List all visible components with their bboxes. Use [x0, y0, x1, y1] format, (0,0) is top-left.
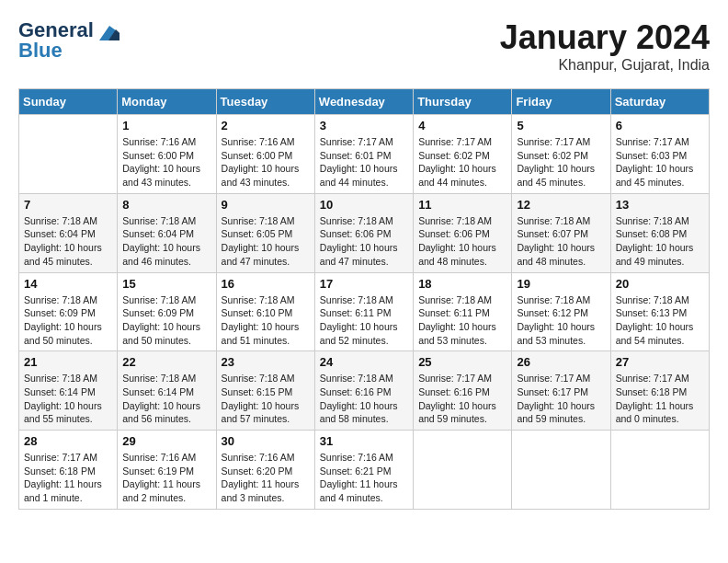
day-info: Sunrise: 7:17 AM Sunset: 6:02 PM Dayligh…: [517, 135, 605, 190]
calendar-cell: 16Sunrise: 7:18 AM Sunset: 6:10 PM Dayli…: [216, 272, 314, 351]
day-number: 11: [418, 198, 506, 212]
day-number: 14: [24, 277, 112, 291]
day-number: 31: [320, 434, 408, 448]
day-info: Sunrise: 7:18 AM Sunset: 6:06 PM Dayligh…: [320, 214, 408, 269]
calendar-cell: [610, 431, 709, 510]
calendar-cell: 20Sunrise: 7:18 AM Sunset: 6:13 PM Dayli…: [610, 272, 709, 351]
day-number: 22: [122, 355, 210, 369]
logo: General Blue: [18, 18, 119, 63]
day-number: 27: [616, 355, 704, 369]
day-number: 23: [222, 355, 310, 369]
day-info: Sunrise: 7:17 AM Sunset: 6:18 PM Dayligh…: [24, 451, 112, 505]
weekday-header: Tuesday: [216, 89, 314, 115]
day-number: 5: [517, 119, 605, 132]
day-info: Sunrise: 7:16 AM Sunset: 6:21 PM Dayligh…: [320, 451, 408, 505]
day-number: 12: [517, 198, 605, 212]
calendar-cell: 24Sunrise: 7:18 AM Sunset: 6:16 PM Dayli…: [314, 351, 413, 431]
day-info: Sunrise: 7:17 AM Sunset: 6:17 PM Dayligh…: [517, 372, 605, 426]
day-info: Sunrise: 7:18 AM Sunset: 6:16 PM Dayligh…: [320, 372, 408, 426]
day-number: 4: [418, 119, 506, 132]
calendar-cell: 2Sunrise: 7:16 AM Sunset: 6:00 PM Daylig…: [216, 115, 314, 194]
calendar-cell: 14Sunrise: 7:18 AM Sunset: 6:09 PM Dayli…: [19, 272, 118, 351]
day-number: 13: [616, 198, 704, 212]
day-number: 24: [320, 355, 408, 369]
day-info: Sunrise: 7:16 AM Sunset: 6:00 PM Dayligh…: [122, 135, 210, 190]
calendar-cell: [512, 431, 610, 510]
day-number: 30: [222, 434, 310, 448]
day-info: Sunrise: 7:17 AM Sunset: 6:18 PM Dayligh…: [616, 372, 704, 426]
calendar-cell: 22Sunrise: 7:18 AM Sunset: 6:14 PM Dayli…: [118, 351, 216, 431]
calendar-cell: 27Sunrise: 7:17 AM Sunset: 6:18 PM Dayli…: [610, 351, 709, 431]
day-info: Sunrise: 7:18 AM Sunset: 6:10 PM Dayligh…: [222, 293, 310, 348]
day-number: 15: [122, 277, 210, 291]
calendar-cell: [19, 115, 118, 194]
month-year-title: January 2024: [500, 18, 710, 57]
weekday-header: Monday: [118, 89, 216, 115]
day-number: 1: [122, 119, 210, 132]
calendar-week-row: 28Sunrise: 7:17 AM Sunset: 6:18 PM Dayli…: [19, 431, 710, 510]
calendar-cell: 17Sunrise: 7:18 AM Sunset: 6:11 PM Dayli…: [314, 272, 413, 351]
calendar-cell: 1Sunrise: 7:16 AM Sunset: 6:00 PM Daylig…: [118, 115, 216, 194]
calendar-cell: 12Sunrise: 7:18 AM Sunset: 6:07 PM Dayli…: [512, 193, 610, 272]
calendar-table: SundayMondayTuesdayWednesdayThursdayFrid…: [18, 88, 710, 510]
day-info: Sunrise: 7:18 AM Sunset: 6:07 PM Dayligh…: [517, 214, 605, 269]
day-number: 18: [418, 277, 506, 291]
weekday-header: Friday: [512, 89, 610, 115]
calendar-cell: 15Sunrise: 7:18 AM Sunset: 6:09 PM Dayli…: [118, 272, 216, 351]
day-info: Sunrise: 7:17 AM Sunset: 6:01 PM Dayligh…: [320, 135, 408, 190]
day-info: Sunrise: 7:18 AM Sunset: 6:14 PM Dayligh…: [24, 372, 112, 426]
day-number: 2: [222, 119, 310, 132]
day-info: Sunrise: 7:17 AM Sunset: 6:02 PM Dayligh…: [418, 135, 506, 190]
day-info: Sunrise: 7:17 AM Sunset: 6:16 PM Dayligh…: [418, 372, 506, 426]
calendar-week-row: 1Sunrise: 7:16 AM Sunset: 6:00 PM Daylig…: [19, 115, 710, 194]
day-info: Sunrise: 7:18 AM Sunset: 6:14 PM Dayligh…: [122, 372, 210, 426]
calendar-cell: 18Sunrise: 7:18 AM Sunset: 6:11 PM Dayli…: [414, 272, 512, 351]
day-number: 7: [24, 198, 112, 212]
day-info: Sunrise: 7:18 AM Sunset: 6:09 PM Dayligh…: [122, 293, 210, 348]
day-number: 19: [517, 277, 605, 291]
day-number: 29: [122, 434, 210, 448]
calendar-cell: 5Sunrise: 7:17 AM Sunset: 6:02 PM Daylig…: [512, 115, 610, 194]
calendar-cell: 4Sunrise: 7:17 AM Sunset: 6:02 PM Daylig…: [414, 115, 512, 194]
day-info: Sunrise: 7:18 AM Sunset: 6:13 PM Dayligh…: [616, 293, 704, 348]
day-number: 25: [418, 355, 506, 369]
day-number: 10: [320, 198, 408, 212]
weekday-header: Wednesday: [314, 89, 413, 115]
calendar-cell: 19Sunrise: 7:18 AM Sunset: 6:12 PM Dayli…: [512, 272, 610, 351]
day-number: 20: [616, 277, 704, 291]
weekday-header: Sunday: [19, 89, 118, 115]
calendar-cell: 21Sunrise: 7:18 AM Sunset: 6:14 PM Dayli…: [19, 351, 118, 431]
calendar-cell: 26Sunrise: 7:17 AM Sunset: 6:17 PM Dayli…: [512, 351, 610, 431]
day-info: Sunrise: 7:18 AM Sunset: 6:09 PM Dayligh…: [24, 293, 112, 348]
weekday-header: Saturday: [610, 89, 709, 115]
calendar-cell: 29Sunrise: 7:16 AM Sunset: 6:19 PM Dayli…: [118, 431, 216, 510]
calendar-cell: 28Sunrise: 7:17 AM Sunset: 6:18 PM Dayli…: [19, 431, 118, 510]
day-number: 9: [222, 198, 310, 212]
calendar-cell: 11Sunrise: 7:18 AM Sunset: 6:06 PM Dayli…: [414, 193, 512, 272]
calendar-cell: 23Sunrise: 7:18 AM Sunset: 6:15 PM Dayli…: [216, 351, 314, 431]
logo-general: General: [18, 18, 94, 41]
day-number: 17: [320, 277, 408, 291]
day-info: Sunrise: 7:16 AM Sunset: 6:00 PM Dayligh…: [222, 135, 310, 190]
weekday-header: Thursday: [414, 89, 512, 115]
day-number: 16: [222, 277, 310, 291]
calendar-week-row: 7Sunrise: 7:18 AM Sunset: 6:04 PM Daylig…: [19, 193, 710, 272]
day-info: Sunrise: 7:18 AM Sunset: 6:06 PM Dayligh…: [418, 214, 506, 269]
day-number: 26: [517, 355, 605, 369]
day-info: Sunrise: 7:16 AM Sunset: 6:20 PM Dayligh…: [222, 451, 310, 505]
title-block: January 2024 Khanpur, Gujarat, India: [500, 18, 710, 74]
calendar-header-row: SundayMondayTuesdayWednesdayThursdayFrid…: [19, 89, 710, 115]
calendar-cell: [414, 431, 512, 510]
day-info: Sunrise: 7:18 AM Sunset: 6:04 PM Dayligh…: [122, 214, 210, 269]
calendar-week-row: 14Sunrise: 7:18 AM Sunset: 6:09 PM Dayli…: [19, 272, 710, 351]
day-info: Sunrise: 7:18 AM Sunset: 6:05 PM Dayligh…: [222, 214, 310, 269]
day-info: Sunrise: 7:18 AM Sunset: 6:11 PM Dayligh…: [320, 293, 408, 348]
day-number: 6: [616, 119, 704, 132]
page-header: General Blue January 2024 Khanpur, Gujar…: [18, 18, 710, 74]
calendar-cell: 7Sunrise: 7:18 AM Sunset: 6:04 PM Daylig…: [19, 193, 118, 272]
day-info: Sunrise: 7:17 AM Sunset: 6:03 PM Dayligh…: [616, 135, 704, 190]
location-subtitle: Khanpur, Gujarat, India: [500, 57, 710, 74]
calendar-cell: 25Sunrise: 7:17 AM Sunset: 6:16 PM Dayli…: [414, 351, 512, 431]
calendar-cell: 10Sunrise: 7:18 AM Sunset: 6:06 PM Dayli…: [314, 193, 413, 272]
day-info: Sunrise: 7:18 AM Sunset: 6:08 PM Dayligh…: [616, 214, 704, 269]
